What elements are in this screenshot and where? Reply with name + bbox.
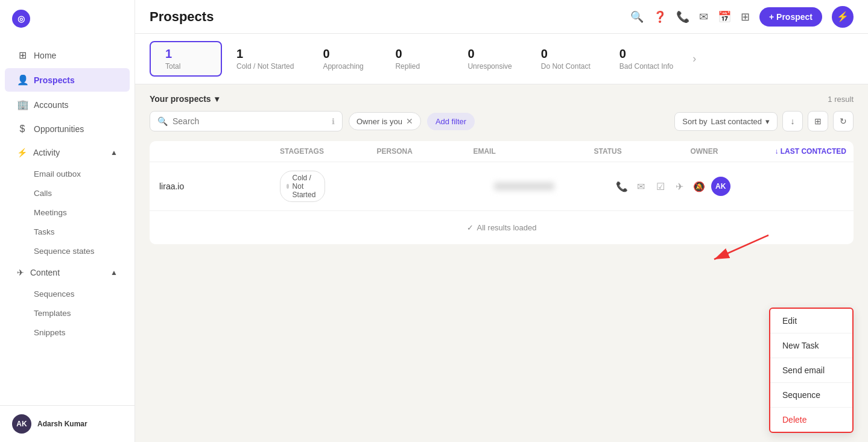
page-title: Prospects	[150, 9, 214, 25]
stat-unresponsive[interactable]: 0 Unresponsive	[453, 42, 526, 75]
email-action-icon[interactable]: ✉	[634, 179, 648, 194]
context-menu-delete[interactable]: Delete	[770, 408, 852, 432]
stat-num-cold: 1	[236, 47, 294, 61]
stat-total[interactable]: 1 Total	[150, 41, 222, 77]
owner-avatar: AK	[711, 177, 730, 196]
grid-icon[interactable]: ⊞	[741, 10, 750, 24]
logo-area: ◎	[0, 0, 135, 37]
stat-num-replied: 0	[395, 47, 439, 61]
col-last-contacted[interactable]: ↓ Last contacted	[775, 147, 854, 156]
context-menu-new-task[interactable]: New Task	[770, 333, 852, 358]
sidebar-item-meetings[interactable]: Meetings	[5, 203, 130, 222]
prospects-icon: 👤	[17, 74, 28, 86]
add-prospect-label: + Prospect	[769, 12, 813, 22]
sort-button[interactable]: Sort by Last contacted ▾	[674, 112, 778, 131]
stat-bad-contact[interactable]: 0 Bad Contact Info	[605, 42, 688, 75]
content-area: Your prospects ▾ 1 result 🔍 ℹ Owner is y…	[135, 84, 868, 442]
row-name[interactable]: liraa.io	[159, 182, 280, 191]
result-count: 1 result	[828, 95, 854, 104]
sidebar-item-sequences[interactable]: Sequences	[5, 285, 130, 303]
activity-icon: ⚡	[17, 148, 27, 157]
filter-chip-label: Owner is you	[356, 117, 402, 126]
stage-badge[interactable]: Cold / Not Started	[280, 171, 325, 202]
stat-approaching[interactable]: 0 Approaching	[308, 42, 381, 75]
stat-label-total: Total	[165, 62, 206, 71]
content-label: Content	[30, 268, 60, 277]
col-persona[interactable]: Persona	[376, 147, 473, 156]
stat-do-not-contact[interactable]: 0 Do Not Contact	[527, 42, 605, 75]
home-icon: ⊞	[17, 49, 28, 61]
sidebar: ◎ ⊞ Home 👤 Prospects 🏢 Accounts $ Opport…	[0, 0, 135, 442]
sidebar-item-email-outbox[interactable]: Email outbox	[5, 165, 130, 183]
stat-num-unresponsive: 0	[467, 47, 512, 61]
sort-controls: Sort by Last contacted ▾ ↓ ⊞ ↻	[674, 111, 854, 131]
col-stage[interactable]: Stage	[280, 147, 304, 156]
search-input[interactable]	[173, 116, 327, 126]
stage-dot	[287, 184, 289, 189]
sidebar-item-prospects[interactable]: 👤 Prospects	[5, 68, 130, 92]
sort-dropdown-icon: ▾	[765, 117, 770, 126]
context-menu-sequence[interactable]: Sequence	[770, 383, 852, 408]
sidebar-item-label: Opportunities	[34, 124, 84, 134]
send-action-icon[interactable]: ✈	[673, 179, 687, 194]
refresh-button[interactable]: ↻	[833, 111, 854, 131]
check-icon: ✓	[467, 223, 474, 232]
add-filter-button[interactable]: Add filter	[427, 113, 475, 130]
prospects-table: Stage Tags Persona Email Status Owner ↓ …	[150, 141, 854, 244]
main-content: Prospects 🔍 ❓ 📞 ✉ 📅 ⊞ + Prospect ⚡ 1 Tot…	[135, 0, 868, 442]
sidebar-item-home[interactable]: ⊞ Home	[5, 43, 130, 67]
email-icon[interactable]: ✉	[699, 10, 708, 24]
row-more-options[interactable]: ···	[796, 180, 854, 193]
columns-button[interactable]: ⊞	[808, 111, 828, 131]
all-results-loaded: ✓ All results loaded	[150, 211, 854, 244]
stat-replied[interactable]: 0 Replied	[381, 42, 453, 75]
stat-cold[interactable]: 1 Cold / Not Started	[222, 42, 308, 75]
col-name	[159, 147, 280, 156]
lightning-button[interactable]: ⚡	[832, 6, 854, 28]
status-icons: 📞 ✉ ☑ ✈ 🔕	[615, 179, 711, 194]
sort-direction-button[interactable]: ↓	[782, 111, 803, 131]
all-loaded-text: All results loaded	[477, 223, 537, 232]
stat-label-approaching: Approaching	[323, 62, 366, 71]
search-icon[interactable]: 🔍	[630, 10, 644, 24]
add-prospect-button[interactable]: + Prospect	[759, 7, 822, 27]
user-profile[interactable]: AK Adarsh Kumar	[0, 405, 135, 442]
context-menu-send-email[interactable]: Send email	[770, 358, 852, 383]
mute-action-icon[interactable]: 🔕	[692, 179, 706, 194]
sidebar-item-opportunities[interactable]: $ Opportunities	[5, 118, 130, 140]
stat-label-bad: Bad Contact Info	[619, 62, 673, 71]
sidebar-item-accounts[interactable]: 🏢 Accounts	[5, 93, 130, 116]
check-action-icon[interactable]: ☑	[653, 179, 668, 194]
remove-filter-icon[interactable]: ✕	[406, 116, 413, 126]
col-owner[interactable]: Owner	[690, 147, 775, 156]
context-menu-edit[interactable]: Edit	[770, 309, 852, 333]
col-tags[interactable]: Tags	[304, 147, 376, 156]
prospects-label[interactable]: Your prospects ▾	[150, 94, 219, 104]
sidebar-item-templates[interactable]: Templates	[5, 304, 130, 323]
sidebar-activity-header[interactable]: ⚡ Activity ▲	[5, 142, 130, 163]
user-name: Adarsh Kumar	[37, 420, 87, 428]
email-blurred	[494, 182, 554, 191]
stat-num-approaching: 0	[323, 47, 366, 61]
col-email[interactable]: Email	[473, 147, 594, 156]
help-icon[interactable]: ❓	[653, 10, 667, 24]
sidebar-item-calls[interactable]: Calls	[5, 184, 130, 203]
sidebar-item-snippets[interactable]: Snippets	[5, 323, 130, 342]
sidebar-content-header[interactable]: ✈ Content ▲	[5, 262, 130, 283]
owner-filter-chip[interactable]: Owner is you ✕	[349, 112, 421, 130]
stage-label: Cold / Not Started	[293, 174, 318, 199]
sidebar-item-sequence-states[interactable]: Sequence states	[5, 242, 130, 260]
phone-icon[interactable]: 📞	[676, 10, 689, 24]
stats-next-arrow[interactable]: ›	[692, 52, 696, 65]
stat-label-dnc: Do Not Contact	[541, 62, 591, 71]
search-box[interactable]: 🔍 ℹ	[150, 111, 343, 131]
activity-label: Activity	[33, 148, 60, 157]
info-icon[interactable]: ℹ	[332, 117, 335, 126]
row-status: 📞 ✉ ☑ ✈ 🔕	[615, 179, 711, 194]
calendar-icon[interactable]: 📅	[718, 10, 731, 24]
col-status[interactable]: Status	[594, 147, 690, 156]
owner-initials: AK	[715, 182, 726, 191]
sidebar-item-tasks[interactable]: Tasks	[5, 223, 130, 241]
phone-action-icon[interactable]: 📞	[615, 179, 629, 194]
filter-bar: 🔍 ℹ Owner is you ✕ Add filter Sort by La…	[150, 111, 854, 131]
